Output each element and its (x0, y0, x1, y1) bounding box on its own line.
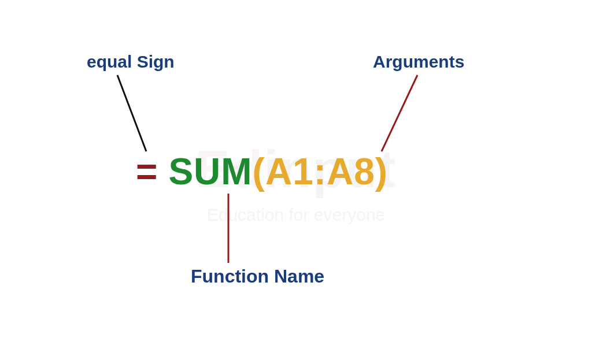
svg-line-0 (117, 75, 146, 151)
formula-equal-sign: = (136, 151, 158, 192)
label-function-name: Function Name (191, 266, 324, 287)
svg-line-1 (382, 75, 417, 151)
watermark-tagline: Education for everyone (195, 205, 397, 225)
formula-expression: =SUM(A1:A8) (136, 150, 388, 193)
formula-function-name: SUM (168, 151, 252, 192)
label-arguments: Arguments (373, 52, 464, 72)
formula-arguments: (A1:A8) (253, 151, 388, 192)
label-equal-sign: equal Sign (87, 52, 175, 72)
